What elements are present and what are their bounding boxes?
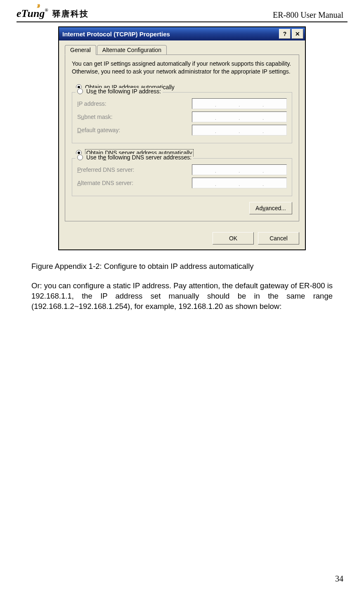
- page-number: 34: [335, 574, 343, 584]
- header-rule: [17, 21, 347, 22]
- dialog-footer: OK Cancel: [59, 227, 305, 249]
- logo-block: )))) eTung® 驿唐科技: [17, 7, 89, 20]
- dialog-title: Internet Protocol (TCP/IP) Properties: [62, 31, 170, 38]
- preferred-dns-input[interactable]: ...: [192, 164, 287, 175]
- radio-icon: [77, 88, 83, 94]
- tabs: General Alternate Configuration: [65, 45, 299, 55]
- fieldset-static-ip: Use the following IP address: IP address…: [72, 92, 292, 143]
- body-paragraph: Or: you can configure a static IP addres…: [31, 281, 333, 312]
- radio-use-following-dns[interactable]: Use the following DNS server addresses:: [86, 154, 191, 161]
- ok-button[interactable]: OK: [213, 232, 254, 244]
- label-subnet-mask: Subnet mask:: [77, 114, 113, 120]
- tcpip-properties-dialog: Internet Protocol (TCP/IP) Properties ? …: [58, 26, 306, 250]
- tab-general[interactable]: General: [65, 45, 96, 55]
- page-header: )))) eTung® 驿唐科技 ER-800 User Manual: [0, 0, 364, 21]
- radio-icon: [77, 154, 83, 160]
- question-icon: ?: [283, 31, 287, 37]
- document-title: ER-800 User Manual: [273, 10, 343, 20]
- label-alternate-dns: Alternate DNS server:: [77, 180, 133, 186]
- default-gateway-input[interactable]: ...: [192, 125, 287, 135]
- radio-use-following-ip[interactable]: Use the following IP address:: [86, 88, 161, 95]
- ip-address-input[interactable]: ...: [192, 98, 287, 109]
- intro-text: You can get IP settings assigned automat…: [72, 60, 292, 76]
- fieldset-static-dns: Use the following DNS server addresses: …: [72, 158, 292, 196]
- close-icon: ✕: [295, 31, 300, 37]
- titlebar: Internet Protocol (TCP/IP) Properties ? …: [59, 27, 305, 40]
- cancel-button[interactable]: Cancel: [258, 232, 299, 244]
- logo-signal-icon: )))): [37, 3, 39, 8]
- logo-reg: ®: [45, 7, 48, 12]
- close-button[interactable]: ✕: [292, 29, 303, 39]
- alternate-dns-input[interactable]: ...: [192, 178, 287, 188]
- help-button[interactable]: ?: [279, 29, 291, 39]
- logo-text: eTung: [17, 7, 45, 19]
- label-preferred-dns: Preferred DNS server:: [77, 166, 135, 173]
- figure-caption: Figure Appendix 1-2: Configure to obtain…: [31, 262, 333, 271]
- advanced-button[interactable]: Advanced...: [249, 202, 292, 214]
- tab-alternate-configuration[interactable]: Alternate Configuration: [97, 45, 167, 55]
- subnet-mask-input[interactable]: ...: [192, 112, 287, 122]
- logo-mark: )))) eTung®: [17, 7, 48, 20]
- logo-chinese: 驿唐科技: [52, 8, 89, 19]
- label-ip-address: IP address:: [77, 100, 106, 107]
- label-default-gateway: Default gateway:: [77, 127, 120, 133]
- tab-panel-general: You can get IP settings assigned automat…: [65, 55, 299, 221]
